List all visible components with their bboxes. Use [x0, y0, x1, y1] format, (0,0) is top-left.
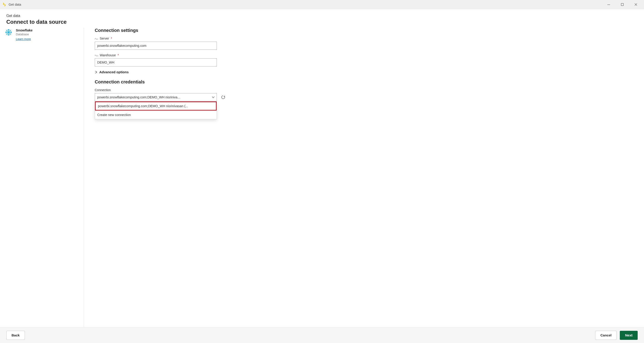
learn-more-link[interactable]: Learn more	[16, 37, 31, 41]
form-column: Connection settings ABC Server * ABC War…	[84, 28, 644, 327]
titlebar: Get data	[0, 0, 644, 9]
refresh-connections-button[interactable]	[220, 94, 226, 100]
warehouse-input[interactable]	[95, 58, 217, 66]
connection-dropdown[interactable]: powerbi.snowflakecomputing.com;DEMO_WH n…	[95, 93, 217, 101]
svg-text:BC: BC	[96, 55, 98, 56]
svg-rect-0	[607, 4, 610, 5]
server-input[interactable]	[95, 42, 217, 50]
page-title: Connect to data source	[6, 19, 638, 25]
close-button[interactable]	[629, 0, 643, 9]
connection-dropdown-panel: powerbi.snowflakecomputing.com;DEMO_WH n…	[95, 101, 217, 120]
server-label: Server	[100, 37, 109, 40]
advanced-options-toggle[interactable]: Advanced options	[95, 70, 638, 74]
warehouse-label: Warehouse	[100, 53, 116, 57]
svg-rect-1	[621, 4, 624, 6]
maximize-button[interactable]	[616, 0, 629, 9]
svg-text:A: A	[95, 38, 96, 40]
advanced-options-label: Advanced options	[99, 70, 129, 74]
warehouse-field: ABC Warehouse *	[95, 53, 638, 66]
window-title: Get data	[8, 3, 21, 6]
minimize-button[interactable]	[602, 0, 616, 9]
page-header: Get data Connect to data source	[0, 9, 644, 28]
connector-subtitle: Database	[16, 32, 32, 36]
chevron-down-icon	[212, 96, 215, 99]
svg-text:A: A	[95, 54, 96, 56]
app-icon	[2, 2, 7, 7]
server-field: ABC Server *	[95, 37, 638, 50]
connector-sidebar: Snowflake Database Learn more	[0, 28, 84, 327]
connector-name: Snowflake	[16, 28, 32, 32]
page-eyebrow: Get data	[6, 14, 638, 18]
connection-credentials-heading: Connection credentials	[95, 79, 638, 84]
next-button[interactable]: Next	[620, 331, 638, 340]
text-type-icon: ABC	[95, 37, 98, 40]
connection-option-create-new[interactable]: Create new connection	[95, 110, 217, 119]
required-marker: *	[111, 37, 112, 40]
text-type-icon: ABC	[95, 53, 98, 57]
connection-settings-heading: Connection settings	[95, 28, 638, 33]
svg-text:BC: BC	[96, 38, 98, 40]
dialog-footer: Back Cancel Next	[0, 327, 644, 343]
connection-option-existing[interactable]: powerbi.snowflakecomputing.com;DEMO_WH n…	[95, 102, 217, 110]
required-marker: *	[118, 53, 119, 57]
snowflake-icon	[5, 29, 12, 36]
connection-field: Connection powerbi.snowflakecomputing.co…	[95, 88, 638, 101]
connector-card: Snowflake Database Learn more	[5, 28, 80, 41]
chevron-right-icon	[95, 71, 98, 74]
back-button[interactable]: Back	[6, 331, 25, 340]
connection-label: Connection	[95, 88, 111, 92]
main-area: Snowflake Database Learn more Connection…	[0, 28, 644, 327]
connection-selected-text: powerbi.snowflakecomputing.com;DEMO_WH n…	[97, 96, 210, 99]
cancel-button[interactable]: Cancel	[595, 331, 617, 340]
